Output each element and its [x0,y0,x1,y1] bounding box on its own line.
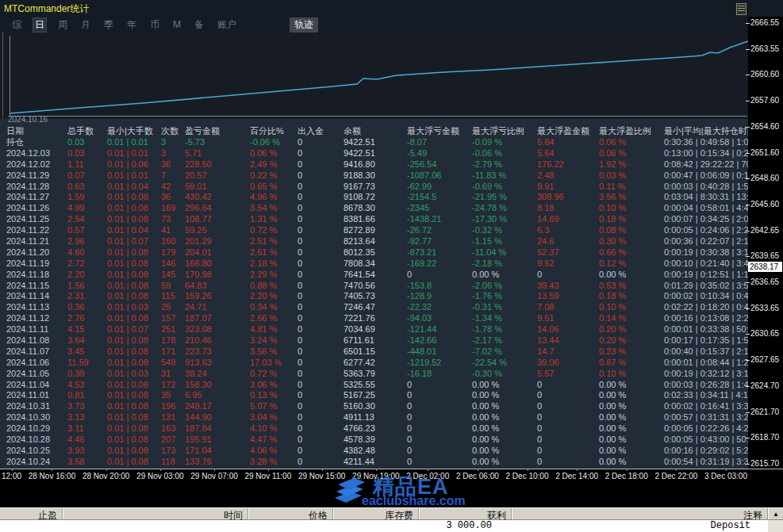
price-label: 2630.65 [750,329,779,338]
table-row[interactable]: 2024.10.284.460.01 | 0.08207195.914.47 %… [0,434,748,446]
table-row[interactable]: 2024.10.313.730.01 | 0.08196249.175.07 %… [0,401,748,412]
history-deposit-row[interactable]: 3 000.00 Deposit [0,520,768,532]
cell-date: 2024.10.25 [6,446,67,457]
table-row[interactable]: 2024.11.142.310.01 | 0.08115159.262.20 %… [0,291,748,302]
table-row[interactable]: 2024.10.253.930.01 | 0.08173171.044.06 %… [0,446,748,457]
menu-item-1[interactable]: 日 [33,18,46,32]
table-row[interactable]: 2024.11.182.200.01 | 0.08145170.982.29 %… [0,270,748,281]
table-row[interactable]: 2024.11.280.630.01 | 0.044259.010.65 %09… [0,182,748,193]
table-row[interactable]: 2024.11.212.960.01 | 0.07160201.292.51 %… [0,236,748,247]
menu-item-0[interactable]: 综 [10,18,23,32]
cell-value: 0.01 | 0.08 [107,346,161,358]
cell-value: 4.96 % [250,192,297,203]
table-row[interactable]: 2024.12.030.030.01 | 0.0135.710.06 %0942… [0,148,748,159]
cell-value: -121.44 [407,324,472,335]
table-row[interactable]: 持仓0.030.01 | 0.013-5.73-0.06 %09422.51-8… [0,137,748,148]
table-row[interactable]: 2024.11.220.570.01 | 0.044159.250.72 %08… [0,225,748,236]
table-row[interactable]: 2024.11.264.990.01 | 0.08169296.643.54 %… [0,203,748,214]
cell-value: 39.06 [537,358,599,369]
cell-value: 24.71 [185,302,250,313]
cell-value: 9.91 [537,182,599,193]
cell-value: 52.37 [537,247,599,258]
cell-value: 0 [297,335,344,346]
cell-date: 2024.11.22 [6,225,67,236]
menu-item-5[interactable]: 年 [125,18,138,32]
menu-item-9[interactable]: 账户 [216,18,238,32]
cell-value: -1.34 % [472,313,537,324]
cell-value: -62.99 [407,182,472,193]
cell-date: 2024.10.28 [6,434,67,446]
price-label: 2651.60 [750,148,779,157]
cell-value: 0.01 | 0.08 [107,457,161,468]
menu-item-4[interactable]: 季 [102,18,115,32]
table-row[interactable]: 2024.11.130.360.01 | 0.032524.710.34 %07… [0,302,748,313]
cell-value: -2.06 % [472,281,537,292]
cell-value: 5.07 % [250,401,297,412]
table-row[interactable]: 2024.10.303.130.01 | 0.08131144.903.04 %… [0,412,748,423]
table-row[interactable]: 2024.11.114.150.01 | 0.07251323.084.81 %… [0,324,748,335]
table-row[interactable]: 2024.12.021.110.01 | 0.0636228.502.49 %0… [0,159,748,170]
table-row[interactable]: 2024.10.243.580.01 | 0.08118133.763.28 %… [0,457,748,468]
cell-value: 0:03:04 | 8:30:31 | 13:3 [664,192,748,203]
price-tick [746,256,750,257]
cell-value: 0.01 | 0.08 [107,401,161,412]
cell-value: 0:00:40 | 0:15:37 | 2:10 [664,346,748,358]
cell-value: 548 [161,358,185,369]
cell-value: 0.66 % [599,247,664,258]
menu-item-3[interactable]: 月 [79,18,92,32]
table-row[interactable]: 2024.11.0611.590.01 | 0.08548913.6317.03… [0,358,748,369]
cell-value: 7221.76 [344,313,407,324]
cell-value: 0.01 | 0.03 [107,302,161,313]
cell-value: 0.01 | 0.08 [107,270,161,281]
chart-start-date-label: 2024.10.16 [8,115,48,124]
table-row[interactable]: 2024.11.044.530.01 | 0.08172158.303.06 %… [0,380,748,391]
chart-shift-icon[interactable] [736,3,747,15]
table-row[interactable]: 2024.11.192.720.01 | 0.08146166.802.18 %… [0,258,748,270]
cell-value: 0.01 | 0.01 [107,170,161,182]
table-row[interactable]: 2024.10.293.110.01 | 0.08163187.844.10 %… [0,423,748,434]
menu-item-6[interactable]: 币 [148,18,161,32]
table-row[interactable]: 2024.11.271.590.01 | 0.0836430.424.96 %0… [0,192,748,203]
cell-value: 0.01 | 0.08 [107,281,161,292]
cell-value: 0.01 | 0.03 [107,369,161,380]
cell-value: 14.7 [537,346,599,358]
cell-value: 2.51 % [250,236,297,247]
cell-value: 0 [407,423,472,434]
menu-item-8[interactable]: 备 [193,18,205,32]
price-scale[interactable] [748,17,783,469]
cell-value: 5325.55 [344,380,407,391]
table-row[interactable]: 2024.11.073.450.01 | 0.08171223.733.56 %… [0,346,748,358]
scroll-up-icon[interactable]: ▲ [768,508,783,519]
price-label: 2621.70 [750,408,779,416]
cell-value: 0:02:33 | 0:34:11 | 4:12 [664,390,748,401]
cell-value: 4.47 % [250,434,297,446]
table-row[interactable]: 2024.11.122.760.01 | 0.08157187.072.66 %… [0,313,748,324]
cell-value: 0.30 % [599,236,664,247]
cell-value: 0 [297,214,344,225]
cell-value: -2.17 % [472,335,537,346]
table-row[interactable]: 2024.11.252.540.01 | 0.0873108.771.31 %0… [0,214,748,225]
table-row[interactable]: 2024.11.010.810.01 | 0.08356.950.13 %051… [0,390,748,401]
cell-value: 31 [161,369,185,380]
table-row[interactable]: 2024.11.290.070.01 | 0.01720.570.22 %091… [0,170,748,182]
history-scrollbar-track[interactable] [768,520,783,532]
cell-value: 195.91 [185,434,250,446]
table-row[interactable]: 2024.11.083.640.01 | 0.08178210.463.24 %… [0,335,748,346]
cell-value: 0.81 [67,390,107,401]
cell-value: 0 [297,236,344,247]
cell-value: 430.42 [185,192,250,203]
table-row[interactable]: 2024.11.151.560.01 | 0.085964.830.88 %07… [0,281,748,292]
table-row[interactable]: 2024.11.050.390.01 | 0.033138.240.72 %05… [0,369,748,380]
cell-value: -448.01 [407,346,472,358]
table-row[interactable]: 2024.11.204.600.01 | 0.08179204.012.61 %… [0,247,748,258]
watermark-site: eaclubshare.com [362,494,466,508]
cell-value: 7 [161,170,185,182]
history-column-2: 价格 [248,508,333,519]
menu-item-10[interactable]: 轨迹 [290,17,318,33]
cell-date: 2024.10.30 [6,412,67,423]
menu-item-2[interactable]: 周 [56,18,69,32]
cell-value: 115 [161,291,185,302]
cell-value: -22.32 [407,302,472,313]
cell-value: 108.77 [185,214,250,225]
menu-item-7[interactable]: M [171,19,182,30]
